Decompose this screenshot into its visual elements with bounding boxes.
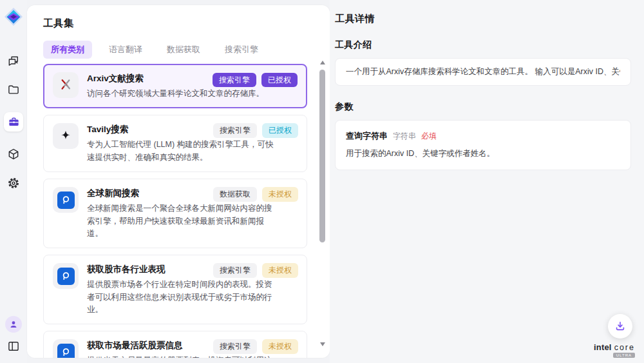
parameter-name: 查询字符串 — [346, 130, 388, 142]
tab-data-acquisition[interactable]: 数据获取 — [159, 41, 208, 59]
params-heading: 参数 — [335, 101, 631, 113]
scroll-down-arrow[interactable] — [320, 342, 325, 346]
arxiv-logo-icon — [53, 72, 79, 98]
panel-toggle-icon[interactable] — [7, 340, 20, 353]
parameter-type: 字符串 — [393, 131, 416, 142]
category-tabs: 所有类别 语言翻译 数据获取 搜索引擎 — [43, 41, 330, 59]
tool-list: Arxiv文献搜索 访问各个研究领域大量科学论文和文章的存储库。 搜索引擎 已授… — [43, 64, 307, 358]
detail-title: 工具详情 — [335, 13, 631, 25]
category-badge: 搜索引擎 — [213, 73, 256, 87]
category-badge: 搜索引擎 — [213, 123, 257, 137]
intro-card: 一个用于从Arxiv存储库搜索科学论文和文章的工具。 输入可以是Arxiv ID… — [335, 58, 631, 86]
cube-icon[interactable] — [7, 148, 20, 161]
blue-search-logo-icon — [53, 263, 79, 289]
intel-wordmark: intel — [594, 342, 612, 352]
app-logo-icon — [5, 8, 23, 26]
required-label: 必填 — [421, 131, 437, 142]
category-badge: 搜索引擎 — [213, 339, 257, 353]
parameter-card: 查询字符串 字符串 必填 用于搜索的Arxiv ID、关键字或作者姓名。 — [335, 120, 631, 170]
scroll-up-arrow[interactable] — [320, 61, 325, 64]
blue-search-logo-icon — [53, 187, 79, 213]
auth-status-badge: 已授权 — [262, 123, 298, 137]
category-badge: 数据获取 — [213, 187, 257, 201]
tool-card-sector-performance[interactable]: 获取股市各行业表现 提供股票市场各个行业在特定时间段内的表现。投资者可以利用这些… — [43, 255, 307, 324]
parameter-description: 用于搜索的Arxiv ID、关键字或作者姓名。 — [346, 148, 620, 159]
download-button[interactable] — [608, 314, 632, 338]
tab-all-categories[interactable]: 所有类别 — [43, 41, 92, 59]
core-wordmark: core — [614, 343, 635, 352]
tool-description: 专为人工智能代理 (LLM) 构建的搜索引擎工具，可快速提供实时、准确和真实的结… — [87, 139, 278, 164]
tool-description: 提供当天交易量最高的股票列表，投资者可以利用这些信息来识别流动性强的股票和潜在的… — [87, 355, 278, 358]
tab-search-engine[interactable]: 搜索引擎 — [217, 41, 266, 59]
tool-description: 访问各个研究领域大量科学论文和文章的存储库。 — [87, 88, 278, 100]
tool-detail-panel: 工具详情 工具介绍 一个用于从Arxiv存储库搜索科学论文和文章的工具。 输入可… — [330, 0, 644, 363]
tool-card-global-news[interactable]: 全球新闻搜索 全球新闻搜索是一个聚合全球各大新闻网站内容的搜索引擎，帮助用户快速… — [43, 179, 307, 248]
sidebar-nav — [4, 54, 23, 190]
tab-language-translation[interactable]: 语言翻译 — [101, 41, 150, 59]
toolset-panel: 工具集 所有类别 语言翻译 数据获取 搜索引擎 Arxiv文献搜索 访问各个研究… — [27, 5, 330, 358]
scrollbar-thumb[interactable] — [319, 70, 325, 242]
tavily-star-icon — [53, 123, 79, 149]
sidebar-bottom — [5, 316, 22, 353]
gear-icon[interactable] — [7, 177, 20, 190]
folder-icon[interactable] — [7, 83, 20, 96]
page-title: 工具集 — [43, 17, 330, 30]
auth-status-badge: 未授权 — [262, 339, 298, 353]
auth-status-badge: 已授权 — [261, 73, 298, 87]
toolbox-icon[interactable] — [4, 112, 23, 132]
intro-heading: 工具介绍 — [335, 39, 631, 51]
tool-card-active-stocks[interactable]: 获取市场最活跃股票信息 提供当天交易量最高的股票列表，投资者可以利用这些信息来识… — [43, 331, 307, 358]
download-icon — [614, 320, 627, 333]
intel-core-logo: intel core ultra — [594, 342, 635, 358]
blue-search-logo-icon — [53, 339, 79, 358]
auth-status-badge: 未授权 — [262, 187, 298, 201]
tool-description: 提供股票市场各个行业在特定时间段内的表现。投资者可以利用这些信息来识别表现优于或… — [87, 279, 278, 316]
app-sidebar — [0, 0, 27, 363]
intro-text: 一个用于从Arxiv存储库搜索科学论文和文章的工具。 输入可以是Arxiv ID… — [346, 66, 620, 77]
tool-card-arxiv[interactable]: Arxiv文献搜索 访问各个研究领域大量科学论文和文章的存储库。 搜索引擎 已授… — [43, 64, 307, 108]
tool-description: 全球新闻搜索是一个聚合全球各大新闻网站内容的搜索引擎，帮助用户快速获取全球最新资… — [87, 202, 278, 240]
user-avatar[interactable] — [5, 316, 22, 333]
list-scrollbar[interactable] — [319, 58, 327, 354]
ultra-badge: ultra — [613, 353, 635, 358]
tool-card-tavily[interactable]: Tavily搜索 专为人工智能代理 (LLM) 构建的搜索引擎工具，可快速提供实… — [43, 115, 307, 172]
auth-status-badge: 未授权 — [262, 263, 298, 277]
category-badge: 搜索引擎 — [213, 263, 257, 277]
chat-icon[interactable] — [7, 54, 20, 67]
